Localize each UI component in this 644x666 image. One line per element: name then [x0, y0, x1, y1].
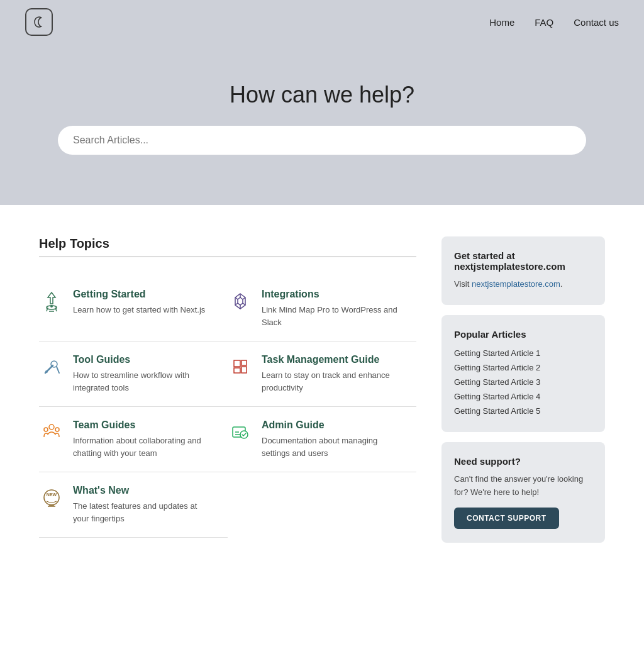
admin-guide-title: Admin Guide — [262, 419, 408, 431]
article-list-item[interactable]: Getting Started Article 5 — [454, 404, 592, 418]
need-support-card: Need support? Can't find the answer you'… — [441, 442, 605, 543]
support-title: Need support? — [454, 456, 592, 467]
integrations-icon — [228, 289, 253, 314]
tool-guides-title: Tool Guides — [73, 354, 215, 365]
contact-support-button[interactable]: CONTACT SUPPORT — [454, 508, 559, 529]
svg-rect-13 — [234, 368, 240, 373]
task-management-title: Task Management Guide — [262, 354, 408, 365]
help-topics-title: Help Topics — [39, 236, 416, 251]
svg-point-17 — [44, 428, 48, 431]
getting-started-desc: Learn how to get started with Next.js — [73, 304, 205, 316]
search-input[interactable] — [58, 126, 586, 155]
section-divider — [39, 256, 416, 257]
whats-new-text: What's New The latest features and updat… — [73, 485, 215, 524]
svg-text:NEW: NEW — [47, 492, 57, 497]
article-list-item[interactable]: Getting Started Article 4 — [454, 389, 592, 404]
hero-section: How can we help? — [0, 44, 644, 205]
hero-title: How can we help? — [230, 82, 414, 108]
getting-started-text: Getting Started Learn how to get started… — [73, 289, 205, 316]
svg-point-18 — [55, 428, 59, 431]
get-started-intro: Visit — [454, 279, 472, 289]
getting-started-title: Getting Started — [73, 289, 205, 300]
tool-guides-icon — [39, 354, 64, 379]
nav-faq[interactable]: FAQ — [535, 17, 553, 28]
main-content: Help Topics Getting Started Learn how to… — [14, 236, 630, 543]
tool-guides-text: Tool Guides How to streamline workflow w… — [73, 354, 215, 394]
svg-point-1 — [50, 305, 53, 308]
help-topics-section: Help Topics Getting Started Learn how to… — [39, 236, 416, 538]
team-guides-title: Team Guides — [73, 419, 215, 431]
article-list-item[interactable]: Getting Started Article 1 — [454, 346, 592, 360]
topic-integrations[interactable]: Integrations Link Mind Map Pro to WordPr… — [228, 276, 416, 341]
integrations-desc: Link Mind Map Pro to WordPress and Slack — [262, 304, 408, 328]
svg-marker-3 — [238, 297, 243, 305]
topic-getting-started[interactable]: Getting Started Learn how to get started… — [39, 276, 228, 341]
team-guides-text: Team Guides Information about collaborat… — [73, 419, 215, 459]
nav-home[interactable]: Home — [489, 17, 514, 28]
svg-rect-12 — [234, 360, 240, 367]
whats-new-desc: The latest features and updates at your … — [73, 500, 215, 524]
topics-grid: Getting Started Learn how to get started… — [39, 276, 416, 538]
topic-task-management[interactable]: Task Management Guide Learn to stay on t… — [228, 341, 416, 407]
team-guides-icon — [39, 419, 64, 445]
nav-contact[interactable]: Contact us — [574, 17, 619, 28]
topic-whats-new[interactable]: NEW What's New The latest features and u… — [39, 472, 228, 538]
whats-new-title: What's New — [73, 485, 215, 496]
svg-rect-14 — [242, 360, 247, 365]
get-started-suffix: . — [560, 279, 563, 289]
logo — [25, 8, 53, 36]
integrations-title: Integrations — [262, 289, 408, 300]
main-nav: Home FAQ Contact us — [489, 17, 619, 28]
task-management-text: Task Management Guide Learn to stay on t… — [262, 354, 408, 394]
svg-rect-15 — [242, 367, 247, 373]
get-started-title: Get started at nextjstemplatestore.com — [454, 250, 592, 272]
svg-point-16 — [49, 425, 54, 430]
admin-guide-text: Admin Guide Documentation about managing… — [262, 419, 408, 459]
svg-point-11 — [45, 370, 48, 373]
get-started-link[interactable]: nextjstemplatestore.com — [472, 279, 560, 289]
get-started-body: Visit nextjstemplatestore.com. — [454, 278, 592, 291]
tool-guides-desc: How to streamline workflow with integrat… — [73, 369, 215, 394]
admin-guide-icon — [228, 419, 253, 445]
header: Home FAQ Contact us — [0, 0, 644, 44]
task-management-icon — [228, 354, 253, 379]
admin-guide-desc: Documentation about managing settings an… — [262, 435, 408, 459]
team-guides-desc: Information about collaborating and chat… — [73, 435, 215, 459]
topic-admin-guide[interactable]: Admin Guide Documentation about managing… — [228, 407, 416, 472]
article-list-item[interactable]: Getting Started Article 2 — [454, 360, 592, 375]
topic-team-guides[interactable]: Team Guides Information about collaborat… — [39, 407, 228, 472]
topic-tool-guides[interactable]: Tool Guides How to streamline workflow w… — [39, 341, 228, 407]
integrations-text: Integrations Link Mind Map Pro to WordPr… — [262, 289, 408, 328]
get-started-card: Get started at nextjstemplatestore.com V… — [441, 236, 605, 305]
article-list-item[interactable]: Getting Started Article 3 — [454, 375, 592, 389]
whats-new-icon: NEW — [39, 485, 64, 510]
popular-articles-title: Popular Articles — [454, 329, 592, 340]
support-desc: Can't find the answer you're looking for… — [454, 473, 592, 499]
article-list: Getting Started Article 1Getting Started… — [454, 346, 592, 418]
task-management-desc: Learn to stay on track and enhance produ… — [262, 369, 408, 394]
getting-started-icon — [39, 289, 64, 314]
popular-articles-card: Popular Articles Getting Started Article… — [441, 315, 605, 432]
sidebar: Get started at nextjstemplatestore.com V… — [441, 236, 605, 543]
